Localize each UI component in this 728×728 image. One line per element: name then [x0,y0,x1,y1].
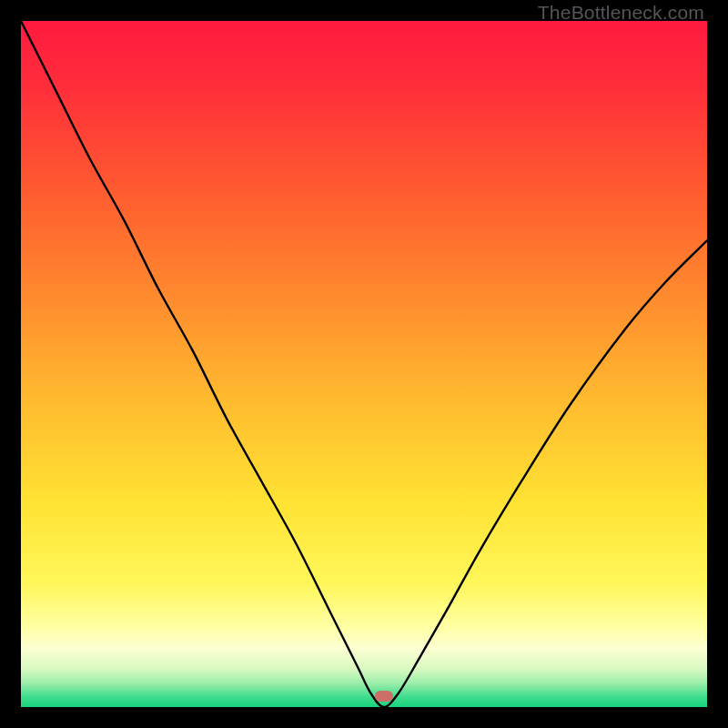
bottleneck-curve [21,21,707,707]
plot-area [21,21,707,707]
watermark-text: TheBottleneck.com [538,2,704,24]
chart-frame: TheBottleneck.com [0,0,728,728]
optimal-point-marker [375,691,393,702]
